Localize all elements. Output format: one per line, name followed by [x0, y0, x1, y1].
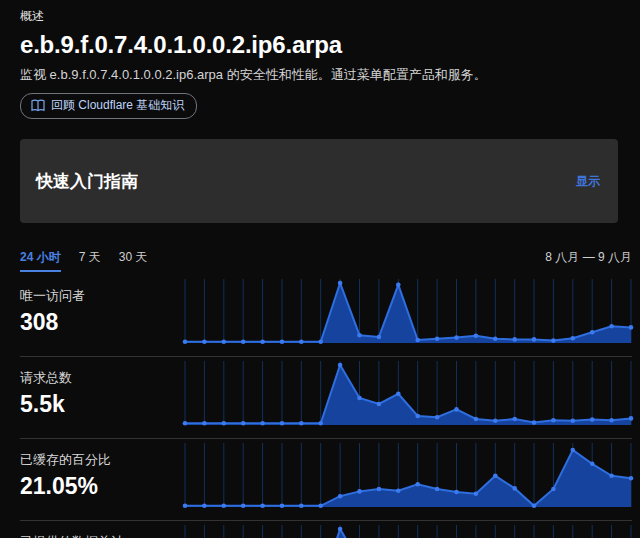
metric-label: 唯一访问者 [20, 287, 182, 305]
review-cloudflare-basics-button[interactable]: 回顾 Cloudflare 基础知识 [20, 93, 197, 119]
metric-label: 已提供的数据总计 [20, 533, 182, 538]
metric-info: 请求总数 5.5k [20, 357, 182, 438]
tab-24-hours[interactable]: 24 小时 [20, 249, 61, 272]
metric-sparkline-chart [182, 275, 634, 356]
overview-page: 概述 e.b.9.f.0.7.4.0.1.0.0.2.ip6.arpa 监视 e… [0, 0, 640, 538]
date-range-label: 8 八月 — 9 八月 [545, 249, 632, 266]
tab-30-days[interactable]: 30 天 [119, 249, 148, 272]
quick-start-card: 快速入门指南 显示 [20, 139, 618, 223]
tab-7-days[interactable]: 7 天 [79, 249, 101, 272]
review-button-label: 回顾 Cloudflare 基础知识 [51, 97, 184, 114]
time-range-bar: 24 小时 7 天 30 天 8 八月 — 9 八月 [20, 249, 632, 269]
page-subtitle: 监视 e.b.9.f.0.7.4.0.1.0.0.2.ip6.arpa 的安全性… [20, 66, 632, 84]
sparkline-svg [182, 361, 634, 429]
metric-label: 已缓存的百分比 [20, 451, 182, 469]
metric-value: 5.5k [20, 391, 182, 418]
quick-start-show-link[interactable]: 显示 [576, 173, 600, 190]
time-range-tabs: 24 小时 7 天 30 天 [20, 249, 147, 272]
sparkline-svg [182, 525, 634, 538]
book-icon [31, 99, 45, 112]
page-title: e.b.9.f.0.7.4.0.1.0.0.2.ip6.arpa [20, 30, 632, 60]
sparkline-svg [182, 279, 634, 347]
metric-info: 已缓存的百分比 21.05% [20, 439, 182, 520]
metric-sparkline-chart [182, 439, 634, 520]
metric-row: 已提供的数据总计 [20, 521, 632, 538]
metric-sparkline-chart [182, 357, 634, 438]
metric-sparkline-chart [182, 521, 634, 538]
metric-row: 已缓存的百分比 21.05% [20, 439, 632, 521]
breadcrumb: 概述 [20, 8, 632, 25]
metric-row: 唯一访问者 308 [20, 275, 632, 357]
metric-label: 请求总数 [20, 369, 182, 387]
quick-start-title: 快速入门指南 [36, 170, 138, 193]
sparkline-svg [182, 443, 634, 511]
metric-value: 21.05% [20, 473, 182, 500]
metrics-list: 唯一访问者 308 请求总数 5.5k 已缓存的百分比 21.05% 已提供的数… [20, 275, 632, 538]
metric-value: 308 [20, 309, 182, 336]
metric-info: 已提供的数据总计 [20, 521, 182, 538]
metric-info: 唯一访问者 308 [20, 275, 182, 356]
metric-row: 请求总数 5.5k [20, 357, 632, 439]
